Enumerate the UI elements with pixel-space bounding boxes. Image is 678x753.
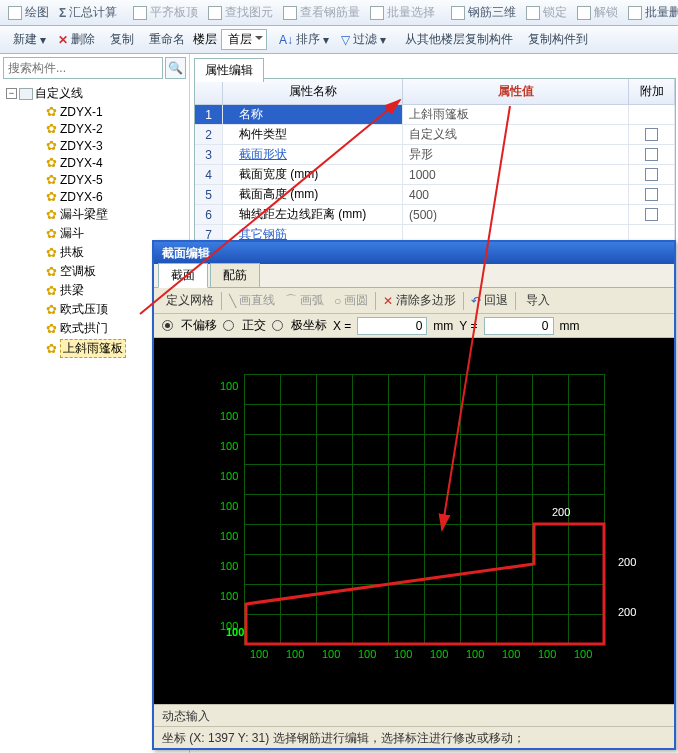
property-row[interactable]: 4截面宽度 (mm)1000	[195, 165, 675, 185]
col-name: 属性名称	[223, 79, 403, 104]
checkbox[interactable]	[645, 128, 658, 141]
grid-label: 100	[220, 410, 238, 422]
grid-label: 100	[220, 500, 238, 512]
editor-footer-tab[interactable]: 动态输入	[154, 704, 674, 726]
editor-toolbar: 定义网格 ╲ 画直线 ⌒ 画弧 ○ 画圆 ✕ 清除多边形 ↶ 回退 导入	[154, 288, 674, 314]
gear-icon: ✿	[44, 207, 58, 222]
dim-left-100: 100	[226, 626, 244, 638]
view-rebar-button[interactable]: 查看钢筋量	[279, 2, 364, 23]
drawing-button[interactable]: 绘图	[4, 2, 53, 23]
rebar-icon	[283, 6, 297, 20]
search-input[interactable]	[3, 57, 163, 79]
gear-icon: ✿	[44, 341, 58, 356]
draw-circle-button[interactable]: ○ 画圆	[331, 290, 371, 311]
copy-button[interactable]: 复制	[103, 29, 138, 50]
collapse-icon[interactable]: −	[6, 88, 17, 99]
eraser-icon	[628, 6, 642, 20]
x-input[interactable]	[357, 317, 427, 335]
gear-icon: ✿	[44, 283, 58, 298]
import-button[interactable]: 导入	[520, 290, 553, 311]
y-input[interactable]	[484, 317, 554, 335]
clear-polygon-button[interactable]: ✕ 清除多边形	[380, 290, 459, 311]
tab-section[interactable]: 截面	[158, 263, 208, 288]
checkbox[interactable]	[645, 208, 658, 221]
new-button[interactable]: 新建 ▾	[6, 29, 50, 50]
sort-button[interactable]: A↓ 排序 ▾	[275, 29, 333, 50]
checkbox[interactable]	[645, 148, 658, 161]
delete-button[interactable]: ✕ 删除	[54, 29, 99, 50]
editor-status: 坐标 (X: 1397 Y: 31) 选择钢筋进行编辑，选择标注进行修改或移动；	[154, 726, 674, 748]
dim-top-right: 200	[552, 506, 570, 518]
undo-button[interactable]: ↶ 回退	[468, 290, 511, 311]
gear-icon: ✿	[44, 172, 58, 187]
tree-item[interactable]: ✿ZDYX-6	[2, 188, 187, 205]
main-toolbar-2: 新建 ▾ ✕ 删除 复制 重命名 楼层 首层 A↓ 排序 ▾ ▽ 过滤 ▾ 从其…	[0, 26, 678, 54]
gear-icon: ✿	[44, 189, 58, 204]
gear-icon: ✿	[44, 264, 58, 279]
tree-item[interactable]: ✿ZDYX-1	[2, 103, 187, 120]
pencil-icon	[8, 6, 22, 20]
grid-label: 100	[220, 380, 238, 392]
tab-rebar[interactable]: 配筋	[210, 263, 260, 287]
rename-button[interactable]: 重命名	[142, 29, 189, 50]
magnifier-icon: 🔍	[168, 61, 183, 75]
grid-label: 100	[220, 530, 238, 542]
gear-icon: ✿	[44, 155, 58, 170]
tree-root[interactable]: − 自定义线	[2, 84, 187, 103]
section-canvas[interactable]: 100100100100100100100100100 100100100100…	[154, 338, 674, 704]
floor-label: 楼层	[193, 31, 217, 48]
tree-item[interactable]: ✿漏斗梁壁	[2, 205, 187, 224]
checkbox[interactable]	[645, 188, 658, 201]
batch-delete-button[interactable]: 批量删除	[624, 2, 678, 23]
radio-no-offset[interactable]	[162, 320, 173, 331]
copy-to-floor-button[interactable]: 复制构件到	[521, 29, 592, 50]
tree-item[interactable]: ✿ZDYX-2	[2, 120, 187, 137]
checkbox[interactable]	[645, 168, 658, 181]
flatten-button[interactable]: 平齐板顶	[129, 2, 202, 23]
property-row[interactable]: 3截面形状异形	[195, 145, 675, 165]
filter-button[interactable]: ▽ 过滤 ▾	[337, 29, 390, 50]
editor-titlebar[interactable]: 截面编辑	[154, 242, 674, 264]
dim-right-lower: 200	[618, 606, 636, 618]
arc-icon: ⌒	[285, 292, 297, 309]
property-row[interactable]: 5截面高度 (mm)400	[195, 185, 675, 205]
draw-arc-button[interactable]: ⌒ 画弧	[282, 290, 327, 311]
col-extra: 附加	[629, 79, 675, 104]
grid-label: 100	[220, 470, 238, 482]
define-grid-button[interactable]: 定义网格	[160, 290, 217, 311]
radio-ortho[interactable]	[223, 320, 234, 331]
grid-label: 100	[220, 440, 238, 452]
find-element-button[interactable]: 查找图元	[204, 2, 277, 23]
property-table: 属性名称 属性值 附加 1名称上斜雨篷板2构件类型自定义线3截面形状异形4截面宽…	[194, 78, 676, 266]
tree-item[interactable]: ✿ZDYX-3	[2, 137, 187, 154]
undo-icon: ↶	[471, 294, 481, 308]
lock-button[interactable]: 锁定	[522, 2, 571, 23]
batch-select-button[interactable]: 批量选择	[366, 2, 439, 23]
rebar-3d-button[interactable]: 钢筋三维	[447, 2, 520, 23]
summary-button[interactable]: Σ 汇总计算	[55, 2, 121, 23]
radio-polar[interactable]	[272, 320, 283, 331]
line-icon: ╲	[229, 294, 236, 308]
section-editor-window: 截面编辑 截面 配筋 定义网格 ╲ 画直线 ⌒ 画弧 ○ 画圆 ✕ 清除多边形 …	[152, 240, 676, 750]
flatten-icon	[133, 6, 147, 20]
floor-select[interactable]: 首层	[221, 29, 267, 50]
coord-row: 不偏移 正交 极坐标 X = mm Y = mm	[154, 314, 674, 338]
gear-icon: ✿	[44, 104, 58, 119]
tree-item[interactable]: ✿ZDYX-5	[2, 171, 187, 188]
gear-icon: ✿	[44, 138, 58, 153]
gear-icon: ✿	[44, 226, 58, 241]
property-row[interactable]: 2构件类型自定义线	[195, 125, 675, 145]
tree-item[interactable]: ✿ZDYX-4	[2, 154, 187, 171]
unlock-button[interactable]: 解锁	[573, 2, 622, 23]
property-row[interactable]: 6轴线距左边线距离 (mm)(500)	[195, 205, 675, 225]
copy-from-floor-button[interactable]: 从其他楼层复制构件	[398, 29, 517, 50]
property-row[interactable]: 1名称上斜雨篷板	[195, 105, 675, 125]
cube-icon	[451, 6, 465, 20]
property-tab[interactable]: 属性编辑	[194, 58, 264, 82]
draw-line-button[interactable]: ╲ 画直线	[226, 290, 278, 311]
folder-icon	[19, 88, 33, 100]
dim-right-upper: 200	[618, 556, 636, 568]
gear-icon: ✿	[44, 302, 58, 317]
gear-icon: ✿	[44, 121, 58, 136]
search-button[interactable]: 🔍	[165, 57, 186, 79]
